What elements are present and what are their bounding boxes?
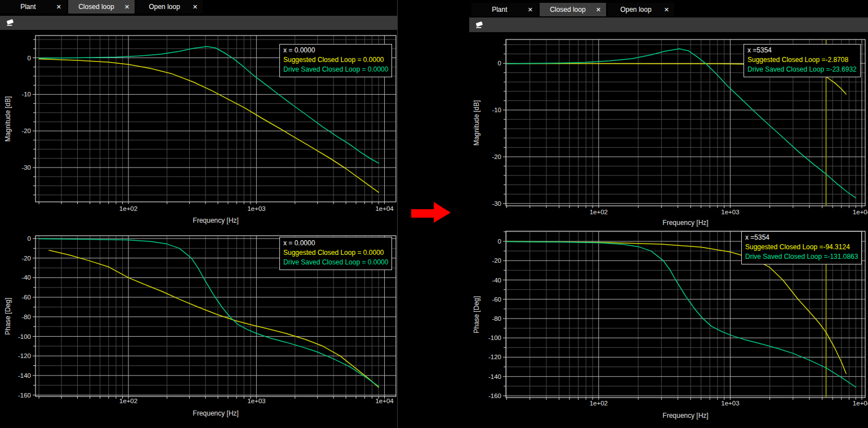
svg-text:-20: -20 <box>21 255 31 262</box>
svg-text:0: 0 <box>28 235 31 242</box>
tab-label: Closed loop <box>68 3 124 11</box>
bode-panel-after: Plant ✕ Closed loop ✕ Open loop ✕ 0-10-2… <box>469 0 868 428</box>
legend-suggested-value: Suggested Closed Loop =-94.3124 <box>745 242 858 252</box>
cursor-readout-legend: x =5354 Suggested Closed Loop =-94.3124 … <box>741 231 862 264</box>
svg-text:-140: -140 <box>18 372 31 379</box>
transition-arrow-icon <box>399 198 466 232</box>
eraser-tool-button[interactable] <box>475 20 484 30</box>
legend-suggested-value: Suggested Closed Loop = 0.0000 <box>283 55 388 65</box>
svg-text:Frequency [Hz]: Frequency [Hz] <box>662 412 708 420</box>
tab-label: Plant <box>471 6 528 14</box>
svg-text:-40: -40 <box>492 277 501 284</box>
legend-x-value: x = 0.0000 <box>283 239 388 248</box>
svg-text:-60: -60 <box>21 294 31 301</box>
cursor-readout-legend: x = 0.0000 Suggested Closed Loop = 0.000… <box>279 237 392 270</box>
tab-bar: Plant ✕ Closed loop ✕ Open loop ✕ <box>469 3 868 16</box>
svg-text:-120: -120 <box>18 352 31 359</box>
svg-text:0: 0 <box>498 238 501 245</box>
close-icon[interactable]: ✕ <box>664 6 674 14</box>
eraser-tool-button[interactable] <box>6 17 15 28</box>
tab-open-loop[interactable]: Open loop ✕ <box>136 0 203 14</box>
cursor-readout-legend: x = 0.0000 Suggested Closed Loop = 0.000… <box>279 44 392 77</box>
svg-text:-20: -20 <box>492 257 501 264</box>
close-icon[interactable]: ✕ <box>124 3 135 11</box>
tab-closed-loop[interactable]: Closed loop ✕ <box>68 0 135 14</box>
svg-text:Frequency [Hz]: Frequency [Hz] <box>193 409 238 417</box>
toolbar <box>469 17 868 32</box>
tab-label: Plant <box>0 3 56 11</box>
svg-text:-100: -100 <box>488 334 501 341</box>
tab-label: Open loop <box>136 3 193 11</box>
legend-suggested-value: Suggested Closed Loop = 0.0000 <box>283 248 388 258</box>
legend-drive-saved-value: Drive Saved Closed Loop = 0.0000 <box>283 258 388 267</box>
close-icon[interactable]: ✕ <box>528 6 538 14</box>
toolbar <box>0 16 397 30</box>
svg-text:1e+03: 1e+03 <box>247 398 265 404</box>
svg-text:-80: -80 <box>492 315 501 322</box>
svg-text:-40: -40 <box>21 274 31 281</box>
svg-text:Phase [Deg]: Phase [Deg] <box>473 296 480 333</box>
cursor-readout-legend: x =5354 Suggested Closed Loop =-2.8708 D… <box>744 44 861 77</box>
close-icon[interactable]: ✕ <box>193 3 203 11</box>
legend-x-value: x =5354 <box>745 233 858 242</box>
svg-text:Phase [Deg]: Phase [Deg] <box>4 298 12 335</box>
close-icon[interactable]: ✕ <box>596 6 606 14</box>
eraser-icon <box>6 17 15 28</box>
svg-text:1e+04: 1e+04 <box>375 398 394 404</box>
tab-plant[interactable]: Plant ✕ <box>0 0 66 14</box>
svg-text:-80: -80 <box>21 314 31 320</box>
svg-text:-140: -140 <box>488 373 501 380</box>
svg-text:-60: -60 <box>492 296 501 303</box>
legend-drive-saved-value: Drive Saved Closed Loop =-131.0863 <box>745 252 858 262</box>
bode-panel-before: Plant ✕ Closed loop ✕ Open loop ✕ 0-10-2… <box>0 0 398 428</box>
tab-plant[interactable]: Plant ✕ <box>471 3 538 16</box>
tab-label: Open loop <box>608 6 664 14</box>
svg-text:-120: -120 <box>488 354 501 360</box>
close-icon[interactable]: ✕ <box>56 3 66 11</box>
legend-x-value: x = 0.0000 <box>283 46 388 55</box>
legend-x-value: x =5354 <box>747 46 857 55</box>
legend-suggested-value: Suggested Closed Loop =-2.8708 <box>747 55 857 65</box>
tab-label: Closed loop <box>540 6 596 14</box>
svg-text:1e+02: 1e+02 <box>590 400 608 407</box>
eraser-icon <box>475 20 484 30</box>
svg-text:1e+03: 1e+03 <box>721 400 739 407</box>
svg-text:1e+04: 1e+04 <box>853 400 868 407</box>
tab-closed-loop[interactable]: Closed loop ✕ <box>540 3 606 16</box>
tab-bar: Plant ✕ Closed loop ✕ Open loop ✕ <box>0 0 397 14</box>
svg-text:-160: -160 <box>18 392 31 399</box>
legend-drive-saved-value: Drive Saved Closed Loop =-23.6932 <box>747 65 857 74</box>
svg-text:1e+02: 1e+02 <box>119 398 137 404</box>
svg-text:-100: -100 <box>18 333 31 340</box>
svg-text:-160: -160 <box>488 392 501 399</box>
legend-drive-saved-value: Drive Saved Closed Loop = 0.0000 <box>283 65 388 74</box>
tab-open-loop[interactable]: Open loop ✕ <box>608 3 674 16</box>
